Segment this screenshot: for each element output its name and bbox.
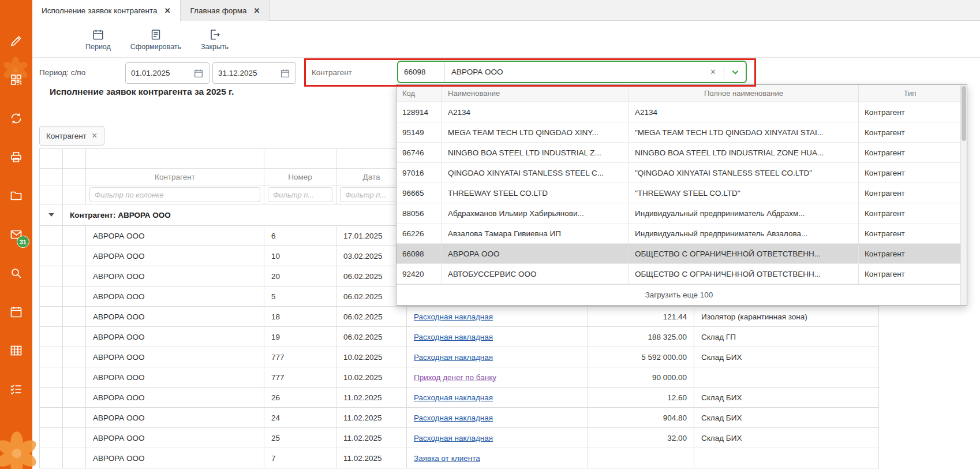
cell-marker: [63, 246, 86, 266]
cell-date: 11.02.2025: [336, 388, 407, 408]
cell-code: 97016: [397, 163, 442, 183]
cell-type: Контрагент: [859, 224, 962, 244]
table-row[interactable]: АВРОРА ООО 26 11.02.2025 Расходная накла…: [40, 388, 878, 408]
tab-report[interactable]: Исполнение заявок контрагента ✕: [32, 0, 181, 21]
cell-name: THREEWAY STEEL CO.LTD: [442, 183, 629, 203]
cell-contractor: АВРОРА ООО: [86, 388, 264, 408]
chevron-down-icon[interactable]: [730, 66, 741, 78]
tab-main-form[interactable]: Главная форма ✕: [181, 0, 270, 21]
contractor-name-value: АВРОРА ООО: [444, 68, 708, 76]
search-icon[interactable]: [9, 266, 24, 281]
cell-contractor: АВРОРА ООО: [86, 408, 264, 428]
document-link[interactable]: Расходная накладная: [414, 312, 493, 321]
cell-fullname: Индивидуальный предприниматель Абдрахм..…: [629, 203, 859, 224]
date-column-filter-input[interactable]: [340, 187, 403, 202]
cell-number: 777: [264, 367, 336, 388]
tab-label: Исполнение заявок контрагента: [42, 6, 158, 15]
cell-date: 10.02.2025: [336, 367, 407, 388]
table-row[interactable]: АВРОРА ООО 7 11.02.2025 Заявка от клиент…: [40, 448, 878, 468]
period-range-label: Период: с/по: [39, 68, 85, 77]
table-row[interactable]: АВРОРА ООО 18 06.02.2025 Расходная накла…: [40, 307, 878, 327]
mail-icon[interactable]: 31: [9, 227, 24, 242]
cell-fullname: ОБЩЕСТВО С ОГРАНИЧЕННОЙ ОТВЕТСТВЕНН...: [629, 244, 859, 264]
sync-icon[interactable]: [9, 111, 24, 126]
cell-number: 18: [264, 307, 336, 327]
contractor-column-filter-input[interactable]: [89, 187, 260, 202]
edit-icon[interactable]: [9, 34, 24, 49]
document-link[interactable]: Расходная накладная: [414, 414, 493, 422]
scrollbar-thumb[interactable]: [962, 86, 966, 141]
calendar-icon[interactable]: [280, 68, 290, 79]
cell-warehouse: Склад БИХ: [694, 428, 879, 448]
cell-document: Заявка от клиента: [407, 448, 588, 468]
close-icon[interactable]: ✕: [92, 132, 98, 140]
table-row[interactable]: АВРОРА ООО 19 06.02.2025 Расходная накла…: [40, 327, 878, 347]
close-icon[interactable]: ✕: [254, 6, 260, 15]
document-link[interactable]: Расходная накладная: [414, 333, 493, 341]
cell-marker: [63, 307, 86, 327]
dropdown-row[interactable]: 95149 MEGA TEAM TECH LTD QINGDAO XINY...…: [397, 122, 967, 143]
close-icon[interactable]: ✕: [164, 6, 171, 15]
cell-document: Расходная накладная: [407, 347, 588, 367]
document-link[interactable]: Приход денег по банку: [414, 373, 496, 382]
dropdown-row[interactable]: 66226 Авзалова Тамара Гивиевна ИП Индиви…: [397, 224, 967, 244]
table-row[interactable]: АВРОРА ООО 24 11.02.2025 Расходная накла…: [40, 408, 878, 428]
table-row[interactable]: АВРОРА ООО 777 10.02.2025 Расходная накл…: [40, 347, 878, 367]
dropdown-row[interactable]: 66098 АВРОРА ООО ОБЩЕСТВО С ОГРАНИЧЕННОЙ…: [397, 244, 967, 264]
document-link[interactable]: Заявка от клиента: [414, 454, 480, 463]
period-button[interactable]: Период: [85, 28, 111, 51]
cell-fullname: "QINGDAO XINYATAI STANLESS STEEL CO.LTD": [629, 163, 859, 183]
contractor-combobox[interactable]: 66098 АВРОРА ООО ✕: [397, 61, 747, 83]
table-icon[interactable]: [9, 343, 24, 358]
dropdown-row[interactable]: 88056 Абдрахманов Ильмир Хабирьянови... …: [397, 203, 967, 224]
clear-icon[interactable]: ✕: [708, 68, 719, 76]
dropdown-row[interactable]: 96746 NINGBO BOA STEEL LTD INDUSTRIAL Z.…: [397, 143, 967, 163]
cell-contractor: АВРОРА ООО: [86, 226, 264, 246]
cell-contractor: АВРОРА ООО: [86, 266, 264, 286]
cell-contractor: АВРОРА ООО: [86, 286, 264, 307]
cell-expander: [40, 286, 63, 307]
document-link[interactable]: Расходная накладная: [414, 393, 493, 402]
cell-marker: [63, 286, 86, 307]
folder-icon[interactable]: [9, 188, 24, 203]
load-more-button[interactable]: Загрузить еще 100: [397, 284, 962, 305]
qr-code-icon[interactable]: [9, 72, 24, 87]
cell-warehouse: [694, 367, 879, 388]
cell-contractor: АВРОРА ООО: [86, 428, 264, 448]
table-row[interactable]: АВРОРА ООО 25 11.02.2025 Расходная накла…: [40, 428, 878, 448]
dropdown-row[interactable]: 96665 THREEWAY STEEL CO.LTD "THREEWAY ST…: [397, 183, 967, 203]
collapse-expander-icon[interactable]: [40, 204, 63, 226]
cell-type: Контрагент: [859, 183, 962, 203]
cell-expander: [40, 347, 63, 367]
tasks-icon[interactable]: [9, 382, 24, 397]
contractor-filter-chip[interactable]: Контрагент ✕: [39, 126, 104, 146]
cell-marker: [63, 367, 86, 388]
cell-warehouse: Склад БИХ: [694, 388, 879, 408]
cell-code: 92420: [397, 264, 442, 284]
cell-document: Приход денег по банку: [407, 367, 588, 388]
print-icon[interactable]: [9, 150, 24, 165]
date-from-input[interactable]: 01.01.2025: [125, 62, 210, 84]
document-link[interactable]: Расходная накладная: [414, 353, 493, 362]
dropdown-column-code: Код: [397, 85, 442, 102]
dropdown-row[interactable]: 92420 АВТОБУССЕРВИС ООО ОБЩЕСТВО С ОГРАН…: [397, 264, 967, 284]
document-link[interactable]: Расходная накладная: [414, 434, 493, 442]
cell-code: 95149: [397, 122, 442, 143]
report-icon: [149, 28, 162, 41]
number-column-filter-input[interactable]: [268, 187, 332, 202]
cell-date: 06.02.2025: [336, 307, 407, 327]
date-to-input[interactable]: 31.12.2025: [212, 62, 296, 84]
cell-date: 11.02.2025: [336, 448, 407, 468]
cell-fullname: Индивидуальный предприниматель Авзалова.…: [629, 224, 859, 244]
cell-code: 128914: [397, 102, 442, 122]
calendar-icon[interactable]: [193, 68, 204, 79]
close-form-button[interactable]: Закрыть: [201, 28, 229, 51]
dropdown-row[interactable]: 97016 QINGDAO XINYATAI STANLESS STEEL C.…: [397, 163, 967, 183]
generate-button[interactable]: Сформировать: [130, 28, 181, 51]
calendar-icon[interactable]: [9, 304, 24, 319]
dropdown-row[interactable]: 128914 A2134 A2134 Контрагент: [397, 102, 967, 122]
table-row[interactable]: АВРОРА ООО 777 10.02.2025 Приход денег п…: [40, 367, 878, 388]
dropdown-scrollbar[interactable]: [960, 85, 967, 305]
chip-label: Контрагент: [46, 132, 87, 140]
contractor-dropdown: Код Наименование Полное наименование Тип…: [396, 84, 967, 306]
